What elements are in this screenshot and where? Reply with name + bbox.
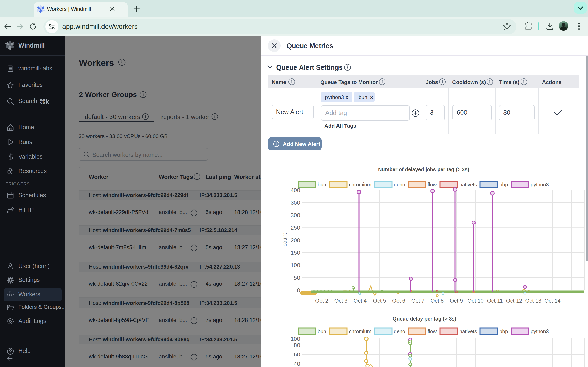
svg-text:Oct 7: Oct 7 <box>411 298 425 304</box>
svg-text:Oct 8: Oct 8 <box>431 298 444 304</box>
svg-text:80: 80 <box>294 342 300 348</box>
svg-text:Oct 5: Oct 5 <box>373 298 386 304</box>
svg-text:Oct 10: Oct 10 <box>467 298 484 304</box>
svg-text:60: 60 <box>294 351 300 358</box>
svg-text:python3: python3 <box>531 182 549 187</box>
svg-text:100: 100 <box>291 336 300 342</box>
svg-text:50: 50 <box>294 275 300 281</box>
svg-text:nativets: nativets <box>459 182 477 187</box>
svg-text:nativets: nativets <box>459 328 477 334</box>
svg-text:flow: flow <box>428 328 437 334</box>
svg-text:Oct 11: Oct 11 <box>487 298 503 304</box>
svg-text:Oct 13: Oct 13 <box>525 298 541 304</box>
svg-text:350: 350 <box>291 200 300 206</box>
svg-text:0: 0 <box>297 287 300 293</box>
svg-text:php: php <box>499 182 508 187</box>
svg-text:Oct 14: Oct 14 <box>544 298 561 304</box>
svg-text:python3: python3 <box>531 328 549 334</box>
svg-text:deno: deno <box>394 328 405 334</box>
svg-text:100: 100 <box>291 262 300 268</box>
svg-text:200: 200 <box>291 237 300 243</box>
svg-text:bun: bun <box>318 182 326 187</box>
svg-text:250: 250 <box>291 225 300 231</box>
svg-text:count: count <box>282 233 288 247</box>
svg-text:chromium: chromium <box>349 182 371 187</box>
svg-text:300: 300 <box>291 212 300 218</box>
svg-text:40: 40 <box>294 361 300 367</box>
svg-text:php: php <box>499 328 508 334</box>
svg-text:Oct 3: Oct 3 <box>334 298 348 304</box>
svg-text:flow: flow <box>428 182 437 187</box>
svg-text:400: 400 <box>291 187 300 193</box>
svg-text:Oct 9: Oct 9 <box>450 298 463 304</box>
svg-text:Number of delayed jobs per tag: Number of delayed jobs per tag (> 3s) <box>378 167 469 172</box>
svg-text:bun: bun <box>318 328 326 334</box>
svg-text:150: 150 <box>291 250 300 256</box>
svg-text:Queue delay per tag (> 3s): Queue delay per tag (> 3s) <box>393 316 456 322</box>
svg-text:deno: deno <box>394 182 405 187</box>
svg-text:Oct 12: Oct 12 <box>506 298 522 304</box>
svg-text:chromium: chromium <box>349 328 371 334</box>
svg-text:Oct 2: Oct 2 <box>315 298 329 304</box>
svg-text:Oct 4: Oct 4 <box>354 298 367 304</box>
svg-text:Oct 6: Oct 6 <box>392 298 406 304</box>
